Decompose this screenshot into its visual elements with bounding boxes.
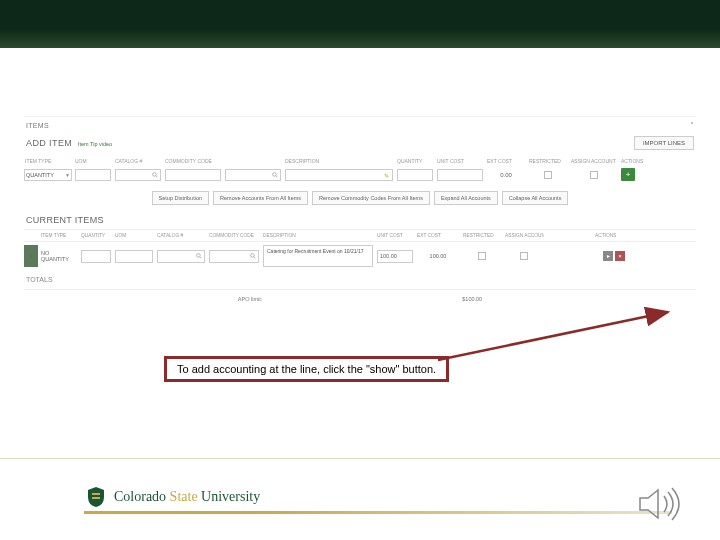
search-icon[interactable] [196, 253, 202, 259]
row-commodity-input[interactable] [209, 250, 259, 263]
ch-extcost: EXT COST [416, 230, 460, 241]
header-gap [0, 48, 720, 116]
totals-title: TOTALS [24, 270, 696, 285]
items-section-label: ITEMS [26, 122, 49, 129]
row-itemtype: NO QUANTITY [40, 247, 78, 265]
line-number[interactable]: 1 [24, 245, 38, 267]
commodity-lookup[interactable] [225, 169, 281, 181]
svg-line-8 [438, 312, 668, 360]
ch-actions: ACTIONS [594, 230, 626, 241]
expand-icon[interactable]: ✎ [384, 172, 390, 178]
catalog-input[interactable] [115, 169, 161, 181]
col-unitcost: UNIT COST [436, 156, 484, 166]
ch-catalog: CATALOG # [156, 230, 206, 241]
svg-point-2 [273, 172, 277, 176]
col-actions: ACTIONS [620, 156, 650, 166]
svg-point-4 [197, 254, 201, 258]
chevron-up-icon[interactable]: ˄ [690, 121, 694, 130]
row-restricted-checkbox[interactable] [478, 252, 486, 260]
col-extcost: EXT COST [486, 156, 526, 166]
callout-annotation: To add accounting at the line, click the… [164, 356, 449, 382]
row-unitcost-input[interactable]: 100.00 [377, 250, 413, 263]
search-icon[interactable] [272, 172, 278, 178]
delete-line-button[interactable]: × [615, 251, 625, 261]
search-icon[interactable] [152, 172, 158, 178]
collapse-accounts-button[interactable]: Collapse All Accounts [502, 191, 569, 205]
distribution-action-bar: Setup Distribution Remove Accounts From … [24, 183, 696, 211]
col-catalog: CATALOG # [114, 156, 162, 166]
svg-point-0 [153, 172, 157, 176]
csu-logo: Colorado State University [84, 485, 260, 509]
add-item-input-row: QUANTITY ▼ ✎ 0.00 + [24, 166, 696, 183]
itemtype-select[interactable]: QUANTITY ▼ [24, 169, 72, 181]
show-accounting-button[interactable]: ▸ [603, 251, 613, 261]
row-catalog-input[interactable] [157, 250, 205, 263]
arrow-annotation [436, 306, 680, 362]
col-commodity: COMMODITY CODE [164, 156, 222, 166]
add-line-button[interactable]: + [621, 168, 635, 181]
extcost-value: 0.00 [486, 170, 526, 180]
ch-restricted: RESTRICTED [462, 230, 502, 241]
add-item-header: ADD ITEM Item Tip video IMPORT LINES [24, 134, 696, 156]
totals-row: APO limit: $100.00 [24, 289, 696, 304]
row-description-input[interactable]: Catering for Recruitment Event on 10/21/… [263, 245, 373, 267]
col-asset: ASSIGN ACCOUNT [570, 156, 618, 166]
svg-point-6 [251, 254, 255, 258]
current-items-title: CURRENT ITEMS [24, 211, 696, 229]
commodity-input[interactable] [165, 169, 221, 181]
setup-distribution-button[interactable]: Setup Distribution [152, 191, 209, 205]
ch-num [24, 233, 38, 239]
svg-line-5 [200, 257, 202, 259]
caret-down-icon: ▼ [65, 172, 70, 178]
add-item-title: ADD ITEM [26, 138, 72, 148]
items-section-header[interactable]: ITEMS ˄ [24, 116, 696, 134]
current-item-row: 1 NO QUANTITY Catering for Recruitment E… [24, 242, 696, 270]
apo-limit-label: APO limit: [238, 296, 262, 302]
uom-input[interactable] [75, 169, 111, 181]
ch-qty: QUANTITY [80, 230, 112, 241]
ch-description: DESCRIPTION [262, 230, 374, 241]
svg-line-1 [156, 175, 158, 177]
assign-account-checkbox[interactable] [590, 171, 598, 179]
gold-rule [84, 511, 672, 514]
col-uom: UOM [74, 156, 112, 166]
remove-commodity-button[interactable]: Remove Commodity Codes From All Items [312, 191, 430, 205]
col-restricted: RESTRICTED [528, 156, 568, 166]
remove-accounts-button[interactable]: Remove Accounts From All Items [213, 191, 308, 205]
logo-word-1: Colorado [114, 489, 166, 504]
item-tip-link[interactable]: Item Tip video [78, 141, 112, 147]
add-item-column-headers: ITEM TYPE UOM CATALOG # COMMODITY CODE D… [24, 156, 696, 166]
svg-line-3 [276, 175, 278, 177]
row-asset-checkbox[interactable] [520, 252, 528, 260]
restricted-checkbox[interactable] [544, 171, 552, 179]
footer: Colorado State University [0, 458, 720, 540]
col-description: DESCRIPTION [284, 156, 394, 166]
col-qty: QUANTITY [396, 156, 434, 166]
quantity-input[interactable] [397, 169, 433, 181]
row-actions: ▸ × [594, 248, 626, 264]
title-bar [0, 0, 720, 48]
row-qty-input[interactable] [81, 250, 111, 263]
logo-word-3: University [201, 489, 260, 504]
unitcost-input[interactable] [437, 169, 483, 181]
speaker-icon [636, 482, 684, 526]
itemtype-value: QUANTITY [26, 172, 54, 178]
svg-line-7 [254, 257, 256, 259]
logo-word-2: State [170, 489, 198, 504]
shield-icon [84, 485, 108, 509]
row-uom-input[interactable] [115, 250, 153, 263]
ch-uom: UOM [114, 230, 154, 241]
ch-asset: ASSIGN ACCOUNT [504, 230, 544, 241]
csu-wordmark: Colorado State University [114, 489, 260, 505]
description-input[interactable]: ✎ [285, 169, 393, 181]
total-amount: $100.00 [462, 296, 482, 302]
expand-accounts-button[interactable]: Expand All Accounts [434, 191, 498, 205]
search-icon[interactable] [250, 253, 256, 259]
ch-unitcost: UNIT COST [376, 230, 414, 241]
col-blank [224, 159, 282, 163]
ch-itemtype: ITEM TYPE [40, 230, 78, 241]
import-lines-button[interactable]: IMPORT LINES [634, 136, 694, 150]
col-itemtype: ITEM TYPE [24, 156, 72, 166]
current-items-headers: ITEM TYPE QUANTITY UOM CATALOG # COMMODI… [24, 229, 696, 242]
items-panel: ITEMS ˄ ADD ITEM Item Tip video IMPORT L… [24, 116, 696, 304]
